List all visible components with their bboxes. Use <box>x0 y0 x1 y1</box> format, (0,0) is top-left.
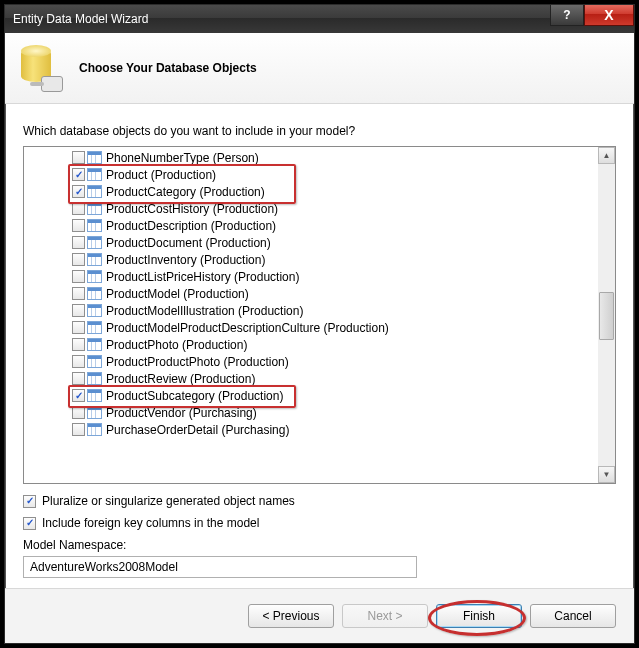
row-checkbox[interactable] <box>72 423 85 436</box>
header-panel: Choose Your Database Objects <box>5 33 634 104</box>
scroll-up-button[interactable]: ▲ <box>598 147 615 164</box>
row-checkbox[interactable] <box>72 338 85 351</box>
table-icon <box>87 270 102 283</box>
row-label: PurchaseOrderDetail (Purchasing) <box>106 423 289 437</box>
table-row[interactable]: PhoneNumberType (Person) <box>72 149 598 166</box>
table-icon <box>87 236 102 249</box>
row-checkbox[interactable] <box>72 406 85 419</box>
namespace-label: Model Namespace: <box>23 538 616 552</box>
row-checkbox[interactable] <box>72 270 85 283</box>
finish-button[interactable]: Finish <box>436 604 522 628</box>
database-icon <box>19 46 59 90</box>
table-row[interactable]: ProductModelIllustration (Production) <box>72 302 598 319</box>
table-icon <box>87 168 102 181</box>
row-checkbox[interactable] <box>72 321 85 334</box>
foreign-keys-checkbox[interactable]: ✓ <box>23 517 36 530</box>
table-row[interactable]: ProductDocument (Production) <box>72 234 598 251</box>
next-button: Next > <box>342 604 428 628</box>
row-checkbox[interactable]: ✓ <box>72 168 85 181</box>
row-checkbox[interactable] <box>72 304 85 317</box>
wizard-window: Entity Data Model Wizard ? X Choose Your… <box>4 4 635 644</box>
row-checkbox[interactable]: ✓ <box>72 389 85 402</box>
help-button[interactable]: ? <box>550 5 584 26</box>
table-row[interactable]: ProductPhoto (Production) <box>72 336 598 353</box>
prompt-text: Which database objects do you want to in… <box>23 124 616 138</box>
table-icon <box>87 389 102 402</box>
row-label: ProductListPriceHistory (Production) <box>106 270 299 284</box>
row-checkbox[interactable] <box>72 219 85 232</box>
table-icon <box>87 406 102 419</box>
row-label: ProductDocument (Production) <box>106 236 271 250</box>
table-icon <box>87 304 102 317</box>
table-row[interactable]: ✓ProductCategory (Production) <box>72 183 598 200</box>
pluralize-option[interactable]: ✓ Pluralize or singularize generated obj… <box>23 494 616 508</box>
table-icon <box>87 185 102 198</box>
table-row[interactable]: ProductModel (Production) <box>72 285 598 302</box>
scroll-down-button[interactable]: ▼ <box>598 466 615 483</box>
table-row[interactable]: ProductProductPhoto (Production) <box>72 353 598 370</box>
table-icon <box>87 423 102 436</box>
row-checkbox[interactable] <box>72 287 85 300</box>
row-label: ProductSubcategory (Production) <box>106 389 283 403</box>
row-checkbox[interactable] <box>72 202 85 215</box>
table-icon <box>87 321 102 334</box>
row-label: ProductVendor (Purchasing) <box>106 406 257 420</box>
row-label: ProductCostHistory (Production) <box>106 202 278 216</box>
table-row[interactable]: ✓ProductSubcategory (Production) <box>72 387 598 404</box>
table-row[interactable]: ProductListPriceHistory (Production) <box>72 268 598 285</box>
row-checkbox[interactable] <box>72 355 85 368</box>
close-button[interactable]: X <box>584 5 634 26</box>
table-row[interactable]: ProductDescription (Production) <box>72 217 598 234</box>
vertical-scrollbar[interactable]: ▲ ▼ <box>598 147 615 483</box>
row-label: ProductProductPhoto (Production) <box>106 355 289 369</box>
row-label: ProductModelProductDescriptionCulture (P… <box>106 321 389 335</box>
row-label: PhoneNumberType (Person) <box>106 151 259 165</box>
row-label: ProductModelIllustration (Production) <box>106 304 303 318</box>
table-icon <box>87 151 102 164</box>
table-icon <box>87 355 102 368</box>
row-label: ProductDescription (Production) <box>106 219 276 233</box>
row-label: ProductCategory (Production) <box>106 185 265 199</box>
row-checkbox[interactable] <box>72 372 85 385</box>
footer: < Previous Next > Finish Cancel <box>5 588 634 643</box>
table-row[interactable]: ProductVendor (Purchasing) <box>72 404 598 421</box>
titlebar: Entity Data Model Wizard ? X <box>5 5 634 33</box>
row-label: ProductReview (Production) <box>106 372 255 386</box>
table-icon <box>87 219 102 232</box>
window-title: Entity Data Model Wizard <box>13 12 550 26</box>
page-title: Choose Your Database Objects <box>79 61 257 75</box>
previous-button[interactable]: < Previous <box>248 604 334 628</box>
table-row[interactable]: ProductReview (Production) <box>72 370 598 387</box>
namespace-input[interactable] <box>23 556 417 578</box>
row-label: ProductInventory (Production) <box>106 253 265 267</box>
foreign-keys-label: Include foreign key columns in the model <box>42 516 259 530</box>
table-icon <box>87 202 102 215</box>
row-checkbox[interactable] <box>72 151 85 164</box>
table-icon <box>87 253 102 266</box>
foreign-keys-option[interactable]: ✓ Include foreign key columns in the mod… <box>23 516 616 530</box>
row-label: ProductModel (Production) <box>106 287 249 301</box>
cancel-button[interactable]: Cancel <box>530 604 616 628</box>
pluralize-label: Pluralize or singularize generated objec… <box>42 494 295 508</box>
table-row[interactable]: ProductInventory (Production) <box>72 251 598 268</box>
row-label: ProductPhoto (Production) <box>106 338 247 352</box>
table-row[interactable]: PurchaseOrderDetail (Purchasing) <box>72 421 598 438</box>
table-icon <box>87 372 102 385</box>
table-row[interactable]: ✓Product (Production) <box>72 166 598 183</box>
row-label: Product (Production) <box>106 168 216 182</box>
row-checkbox[interactable] <box>72 236 85 249</box>
table-icon <box>87 287 102 300</box>
table-icon <box>87 338 102 351</box>
pluralize-checkbox[interactable]: ✓ <box>23 495 36 508</box>
scroll-thumb[interactable] <box>599 292 614 340</box>
row-checkbox[interactable]: ✓ <box>72 185 85 198</box>
object-tree[interactable]: PhoneNumberType (Person)✓Product (Produc… <box>23 146 616 484</box>
table-row[interactable]: ProductModelProductDescriptionCulture (P… <box>72 319 598 336</box>
table-row[interactable]: ProductCostHistory (Production) <box>72 200 598 217</box>
row-checkbox[interactable] <box>72 253 85 266</box>
